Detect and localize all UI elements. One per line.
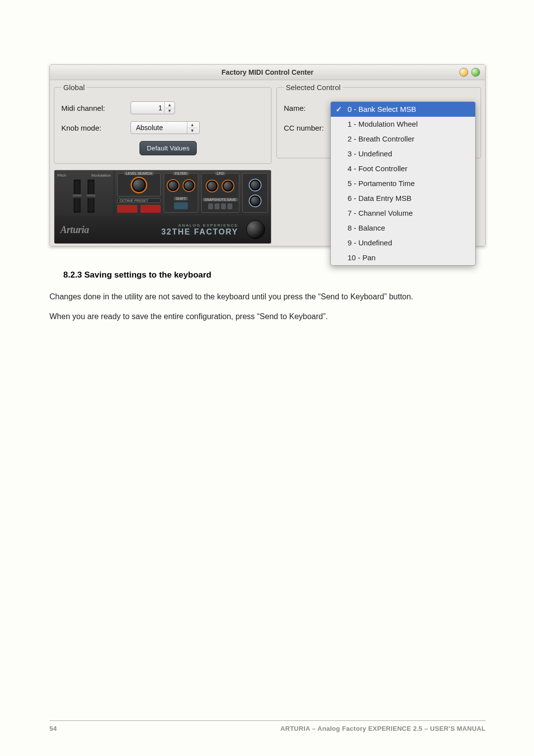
window-minimize-icon[interactable] [459,68,468,77]
knob-resonance[interactable] [182,179,195,192]
hw-snapshots-label: SNAPSHOTS SAVE [203,198,238,201]
paragraph-2: When you are ready to save the entire co… [49,311,486,323]
snapshot-3-button[interactable] [221,203,226,209]
window-zoom-icon[interactable] [471,68,480,77]
snapshot-1-button[interactable] [208,203,213,209]
cc-option-9[interactable]: 9 - Undefined [331,236,475,250]
hw-level-search-label: LEVEL SEARCH [124,172,154,175]
knob-param1[interactable] [249,179,262,191]
cc-option-10[interactable]: 10 - Pan [331,250,475,265]
cc-option-1[interactable]: 1 - Modulation Wheel [331,117,475,132]
hw-big-encoder[interactable] [246,220,265,239]
hw-product-brand: ANALOG EXPERIENCE 32THE FACTORY [161,223,238,236]
stepper-up-icon[interactable]: ▲ [187,122,197,128]
snapshot-4-button[interactable] [227,203,232,209]
snapshot-2-button[interactable] [215,203,220,209]
stepper-down-icon[interactable]: ▼ [187,128,197,134]
cc-option-4[interactable]: 4 - Foot Controller [331,161,475,176]
knob-cutoff[interactable] [167,179,179,192]
cc-option-3[interactable]: 3 - Undefined [331,146,475,161]
knob-lfo-amount[interactable] [222,180,234,192]
cc-option-7[interactable]: 7 - Channel Volume [331,206,475,221]
knob-level[interactable] [131,177,147,193]
midi-channel-value: 1 [136,104,164,112]
knob-param2[interactable] [249,194,262,207]
cc-option-5[interactable]: 5 - Portamento Time [331,176,475,191]
octave-down-button[interactable] [117,205,137,213]
hw-mod-label: Modulation [91,173,111,178]
cc-option-6[interactable]: 6 - Data Entry MSB [331,191,475,206]
octave-up-button[interactable] [140,205,161,213]
hw-arturia-logo: Arturia [60,224,89,236]
knob-mode-select[interactable]: Absolute ▲ ▼ [131,121,200,134]
stepper-down-icon[interactable]: ▼ [165,108,175,114]
hw-octave-preset-label: OCTAVE PRESET [117,198,161,203]
pitch-wheel[interactable] [74,180,81,213]
shift-button[interactable] [174,202,188,209]
section-heading: 8.2.3 Saving settings to the keyboard [63,270,486,280]
window-titlebar: Factory MIDI Control Center [50,65,485,80]
knob-mode-label: Knob mode: [61,124,131,132]
hw-lfo-label: LFO [215,172,226,175]
knob-lfo-rate[interactable] [206,180,219,192]
window-title: Factory MIDI Control Center [222,68,313,76]
hardware-preview: Pitch Modulation [54,170,271,244]
page-number: 54 [49,725,57,732]
midi-channel-label: Midi channel: [61,104,131,112]
paragraph-1: Changes done in the utility are not save… [49,291,486,303]
mod-wheel[interactable] [88,180,94,213]
hw-shift-label: SHIFT [174,197,188,200]
default-values-button[interactable]: Default Values [139,141,197,155]
knob-mode-value: Absolute [136,124,163,132]
app-screenshot: Factory MIDI Control Center Global Midi … [49,64,486,246]
cc-number-dropdown[interactable]: 0 - Bank Select MSB 1 - Modulation Wheel… [330,101,476,266]
global-legend: Global [61,83,87,92]
cc-option-2[interactable]: 2 - Breath Controller [331,132,475,146]
cc-option-8[interactable]: 8 - Balance [331,221,475,236]
cc-option-0[interactable]: 0 - Bank Select MSB [331,102,475,117]
selected-control-legend: Selected Control [284,83,343,92]
hw-pitch-label: Pitch [57,173,66,178]
global-group: Global Midi channel: 1 ▲ ▼ [54,83,271,164]
page-footer: 54 ARTURIA – Analog Factory EXPERIENCE 2… [49,720,486,732]
footer-title: ARTURIA – Analog Factory EXPERIENCE 2.5 … [280,725,486,732]
midi-channel-stepper[interactable]: 1 ▲ ▼ [131,101,175,114]
stepper-up-icon[interactable]: ▲ [165,102,175,108]
hw-filter-label: FILTER [173,172,189,175]
